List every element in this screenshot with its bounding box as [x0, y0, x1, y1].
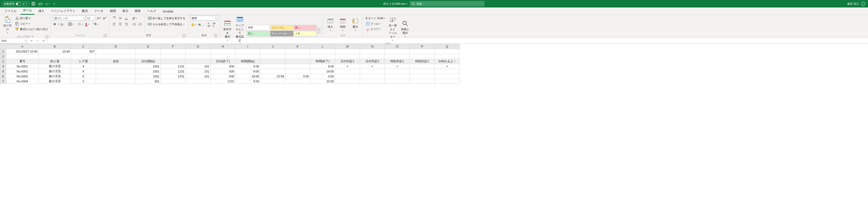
cell[interactable]: 2: [71, 79, 96, 84]
font-size-combo[interactable]: 11▾: [86, 16, 96, 21]
cell[interactable]: [285, 49, 310, 54]
cell[interactable]: [435, 69, 460, 74]
cut-button[interactable]: 切り取り: [14, 16, 49, 21]
cell[interactable]: ×: [435, 64, 460, 69]
cell[interactable]: 101: [186, 64, 211, 69]
comma-button[interactable]: ,: [202, 22, 204, 27]
cell[interactable]: 日付(終了): [211, 59, 236, 64]
phonetic-button[interactable]: ア亜▾: [92, 22, 99, 27]
autosave-toggle[interactable]: 自動保存 オフ: [2, 1, 29, 6]
cell[interactable]: No.0003: [6, 74, 39, 79]
enter-formula-button[interactable]: ✓: [35, 39, 40, 43]
cell[interactable]: 630: [211, 64, 236, 69]
cell[interactable]: [310, 49, 335, 54]
cell[interactable]: [161, 49, 186, 54]
percent-button[interactable]: %: [197, 22, 202, 27]
cell[interactable]: 5: [71, 74, 96, 79]
cell[interactable]: [360, 69, 385, 74]
cell[interactable]: 4: [71, 64, 96, 69]
outdent-button[interactable]: [131, 22, 137, 27]
cell[interactable]: 0:00: [285, 74, 310, 79]
cell[interactable]: [161, 54, 186, 59]
format-as-table-button[interactable]: テーブルとして 書式設定▾: [235, 16, 245, 45]
search-box[interactable]: 検索: [410, 1, 485, 6]
fill-color-button[interactable]: ▾: [77, 22, 84, 27]
clipboard-launcher[interactable]: ↘: [45, 35, 48, 38]
number-launcher[interactable]: ↘: [214, 34, 217, 37]
cell[interactable]: 日付判定1: [335, 59, 360, 64]
cell[interactable]: [211, 54, 236, 59]
cell[interactable]: [96, 79, 136, 84]
cell[interactable]: 時刻判定2: [410, 59, 435, 64]
col-header-M[interactable]: M: [335, 44, 360, 49]
cell[interactable]: 10:00: [310, 79, 335, 84]
cell[interactable]: [6, 54, 39, 59]
cell[interactable]: [96, 74, 136, 79]
col-header-J[interactable]: J: [260, 44, 285, 49]
cell[interactable]: 森の渓流: [39, 69, 71, 74]
increase-decimal-button[interactable]: .0.00: [207, 22, 211, 28]
col-header-F[interactable]: F: [161, 44, 186, 49]
cell[interactable]: ×: [385, 64, 410, 69]
row-header-7[interactable]: 7: [0, 79, 6, 84]
number-format-combo[interactable]: 標準▾: [190, 16, 218, 21]
cell[interactable]: レア度: [71, 59, 96, 64]
cancel-formula-button[interactable]: ✕: [29, 39, 34, 43]
col-header-P[interactable]: P: [410, 44, 435, 49]
select-all-corner[interactable]: [0, 44, 6, 49]
cell[interactable]: [260, 54, 285, 59]
cell[interactable]: [385, 69, 410, 74]
cell[interactable]: 森の渓流: [39, 79, 71, 84]
cell[interactable]: No.0004: [6, 79, 39, 84]
redo-button[interactable]: ▾: [44, 1, 50, 7]
bold-button[interactable]: B: [53, 22, 57, 27]
cell[interactable]: [360, 54, 385, 59]
font-color-button[interactable]: A▾: [85, 22, 90, 27]
cell[interactable]: 今釣れるよ！: [435, 59, 460, 64]
cell[interactable]: [96, 69, 136, 74]
insert-cells-button[interactable]: 挿入▾: [325, 16, 336, 33]
cell[interactable]: 927: [71, 49, 96, 54]
col-header-N[interactable]: N: [360, 44, 385, 49]
copy-button[interactable]: コピー▾: [14, 21, 49, 26]
save-button[interactable]: [30, 1, 36, 7]
cell[interactable]: [186, 49, 211, 54]
autosum-button[interactable]: Σオート SUM▾: [365, 16, 386, 21]
cell[interactable]: ×: [360, 64, 385, 69]
align-bottom-button[interactable]: [124, 16, 129, 21]
cell[interactable]: [71, 54, 96, 59]
cell[interactable]: 4:00: [310, 74, 335, 79]
cell[interactable]: [410, 69, 435, 74]
cell[interactable]: [96, 49, 136, 54]
cell[interactable]: [385, 49, 410, 54]
accounting-button[interactable]: 🪙▾: [190, 22, 197, 27]
cell[interactable]: [186, 79, 211, 84]
sort-filter-button[interactable]: AZ 並べ替えと フィルター▾: [387, 16, 398, 42]
tab-view[interactable]: 表示: [120, 8, 131, 15]
col-header-B[interactable]: B: [39, 44, 71, 49]
col-header-G[interactable]: G: [186, 44, 211, 49]
style-normal[interactable]: 標準: [247, 25, 270, 30]
cell[interactable]: [435, 79, 460, 84]
cell[interactable]: [260, 79, 285, 84]
cell[interactable]: 4:00: [236, 64, 260, 69]
formula-input[interactable]: [47, 38, 868, 43]
col-header-K[interactable]: K: [285, 44, 310, 49]
tab-insert[interactable]: 挿入: [36, 8, 47, 15]
cell[interactable]: [335, 49, 360, 54]
cell[interactable]: 日付判定2: [360, 59, 385, 64]
shrink-font-button[interactable]: A▼: [102, 16, 107, 21]
cell[interactable]: 18:00: [310, 69, 335, 74]
row-header-2[interactable]: 2: [0, 54, 6, 59]
col-header-I[interactable]: I: [236, 44, 260, 49]
row-header-3[interactable]: 3: [0, 59, 6, 64]
fill-button[interactable]: フィル▾: [365, 21, 386, 26]
col-header-Q[interactable]: Q: [435, 44, 460, 49]
cell[interactable]: 時刻判定1: [385, 59, 410, 64]
tab-file[interactable]: ファイル: [2, 8, 19, 15]
cell[interactable]: [186, 59, 211, 64]
row-header-5[interactable]: 5: [0, 69, 6, 74]
align-middle-button[interactable]: [118, 16, 123, 21]
cell[interactable]: [39, 54, 71, 59]
font-launcher[interactable]: ↘: [104, 34, 107, 37]
